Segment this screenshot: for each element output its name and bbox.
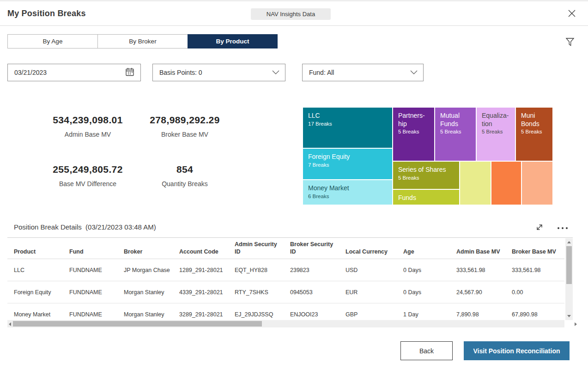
treemap-cell-llc[interactable]: LLC17 Breaks (303, 108, 392, 148)
table-cell: 7,890.98 (456, 311, 512, 318)
table-cell: RTY_7SHKS (235, 289, 290, 296)
scroll-left-icon[interactable] (9, 322, 11, 326)
table-cell: Morgan Stanley (124, 289, 179, 296)
table-cell: USD (346, 267, 403, 273)
table-cell: FUNDNAME (69, 267, 124, 273)
product-treemap: LLC17 BreaksForeign Equity7 BreaksMoney … (303, 108, 552, 205)
column-header-broker[interactable]: Broker (124, 248, 175, 255)
back-button[interactable]: Back (400, 341, 453, 360)
fund-value: Fund: All (309, 69, 334, 76)
table-row-money-market[interactable]: Money MarketFUNDNAMEMorgan Stanley3289_2… (7, 303, 564, 320)
nav-insights-data-button[interactable]: NAV Insights Data (251, 8, 331, 20)
table-cell: 3289_291-28021 (179, 311, 235, 318)
table-cell: ENJOOI23 (290, 311, 346, 318)
table-cell: GBP (346, 311, 403, 318)
dialog-header: My Position Breaks NAV Insights Data (0, 1, 588, 26)
treemap-cell-foreign-equity[interactable]: Foreign Equity7 Breaks (303, 149, 392, 179)
table-cell: 24,567.90 (456, 289, 512, 296)
treemap-cell-breaks: 5 Breaks (398, 175, 454, 181)
treemap-cell-muni-bonds[interactable]: Muni Bonds5 Breaks (516, 108, 552, 161)
column-header-admin-base-mv[interactable]: Admin Base MV (456, 248, 507, 255)
table-cell: EJ_29JDJSSQ (235, 311, 290, 318)
table-cell: 0945053 (290, 289, 346, 296)
filter-icon[interactable] (564, 36, 576, 48)
horizontal-scroll-thumb[interactable] (13, 321, 262, 327)
treemap-cell-breaks: 7 Breaks (308, 162, 387, 168)
treemap-cell-label: Funds (398, 194, 454, 202)
kpi-value: 278,989,292.29 (125, 115, 245, 126)
treemap-cell-label: Mutual Funds (440, 112, 471, 128)
column-header-admin-security-id[interactable]: Admin Security ID (235, 241, 285, 256)
table-cell: 1289_291-28021 (179, 267, 235, 273)
expand-icon[interactable] (534, 222, 545, 233)
table-titlebar: Position Break Details (03/21/2023 03:48… (14, 223, 156, 231)
treemap-cell-funds[interactable]: Funds (393, 190, 459, 205)
treemap-cell-label: Partners­hip (398, 112, 429, 128)
treemap-cell-label: LLC (308, 112, 387, 120)
scroll-down-icon[interactable] (567, 315, 571, 317)
date-input[interactable]: 03/21/2023 (7, 64, 141, 81)
scroll-right-icon[interactable] (575, 322, 577, 326)
column-header-fund[interactable]: Fund (69, 248, 120, 255)
treemap-cell-unlabeled-10[interactable] (491, 162, 521, 205)
chevron-down-icon (272, 69, 279, 76)
tab-by-age[interactable]: By Age (7, 34, 97, 48)
treemap-cell-unlabeled-9[interactable] (460, 162, 491, 205)
table-cell: FUNDNAME (69, 289, 124, 296)
treemap-cell-mutual-funds[interactable]: Mutual Funds5 Breaks (435, 108, 476, 161)
column-header-broker-security-id[interactable]: Broker Security ID (290, 241, 341, 256)
column-header-product[interactable]: Product (14, 248, 65, 255)
column-header-age[interactable]: Age (403, 248, 454, 255)
treemap-cell-partnership[interactable]: Partners­hip5 Breaks (393, 108, 434, 161)
treemap-cell-breaks: 5 Breaks (521, 129, 547, 134)
table-cell: 4339_291-28021 (179, 289, 235, 296)
kpi-value: 854 (125, 164, 245, 175)
column-header-local-currency[interactable]: Local Currency (346, 248, 396, 255)
table-cell: EUR (346, 289, 403, 296)
column-header-account-code[interactable]: Account Code (179, 248, 230, 255)
treemap-cell-unlabeled-11[interactable] (522, 162, 552, 205)
ellipsis-icon[interactable] (557, 223, 569, 232)
position-break-table: ProductFundBrokerAccount CodeAdmin Secur… (7, 238, 564, 320)
treemap-cell-breaks: 5 Breaks (482, 129, 510, 134)
treemap-cell-breaks: 5 Breaks (398, 129, 429, 134)
table-cell: 333,561.98 (512, 267, 564, 273)
table-cell: 67,890.98 (512, 311, 564, 318)
tab-by-broker[interactable]: By Broker (97, 34, 188, 48)
table-cell: JP Morgan Chase (124, 267, 179, 273)
column-header-broker-base-mv[interactable]: Broker Base MV (512, 248, 563, 255)
table-body: LLCFUNDNAMEJP Morgan Chase1289_291-28021… (7, 259, 564, 320)
tab-bar: By AgeBy BrokerBy Product (7, 34, 278, 48)
treemap-cell-label: Money Market (308, 184, 387, 193)
table-cell: 0.00 (512, 289, 564, 296)
horizontal-scrollbar[interactable] (7, 320, 564, 327)
table-row-foreign-equity[interactable]: Foreign EquityFUNDNAMEMorgan Stanley4339… (7, 281, 564, 303)
table-timestamp: (03/21/2023 03:48 AM) (85, 223, 156, 231)
vertical-scroll-thumb[interactable] (566, 246, 572, 284)
calendar-icon (125, 67, 135, 79)
visit-position-reconciliation-button[interactable]: Visit Position Reconciliation (464, 341, 570, 360)
treemap-cell-series-of-shares[interactable]: Series of Shares5 Breaks (393, 162, 459, 189)
position-breaks-dialog: My Position Breaks NAV Insights Data By … (0, 0, 588, 369)
table-row-llc[interactable]: LLCFUNDNAMEJP Morgan Chase1289_291-28021… (7, 259, 564, 281)
fund-select[interactable]: Fund: All (302, 64, 424, 81)
table-cell: LLC (14, 267, 69, 273)
chevron-down-icon (410, 69, 418, 76)
treemap-cell-breaks: 17 Breaks (308, 121, 387, 127)
table-title: Position Break Details (14, 223, 82, 231)
vertical-scrollbar[interactable] (565, 238, 573, 320)
kpi-label: Quantity Breaks (125, 180, 245, 188)
treemap-cell-money-market[interactable]: Money Market6 Breaks (303, 180, 392, 205)
treemap-cell-equalization[interactable]: Equaliza­tion5 Breaks (477, 108, 515, 161)
table-cell: Morgan Stanley (124, 311, 179, 318)
treemap-cell-breaks: 5 Breaks (440, 129, 471, 134)
kpi-label: Broker Base MV (125, 131, 245, 138)
treemap-cell-label: Series of Shares (398, 166, 454, 174)
basis-points-select[interactable]: Basis Points: 0 (152, 64, 285, 81)
tab-by-product[interactable]: By Product (188, 34, 278, 48)
table-cell: Foreign Equity (14, 289, 69, 296)
scroll-up-icon[interactable] (567, 241, 571, 243)
table-cell: 0 Days (403, 267, 456, 273)
table-cell: 239823 (290, 267, 346, 273)
close-icon[interactable] (567, 8, 577, 18)
